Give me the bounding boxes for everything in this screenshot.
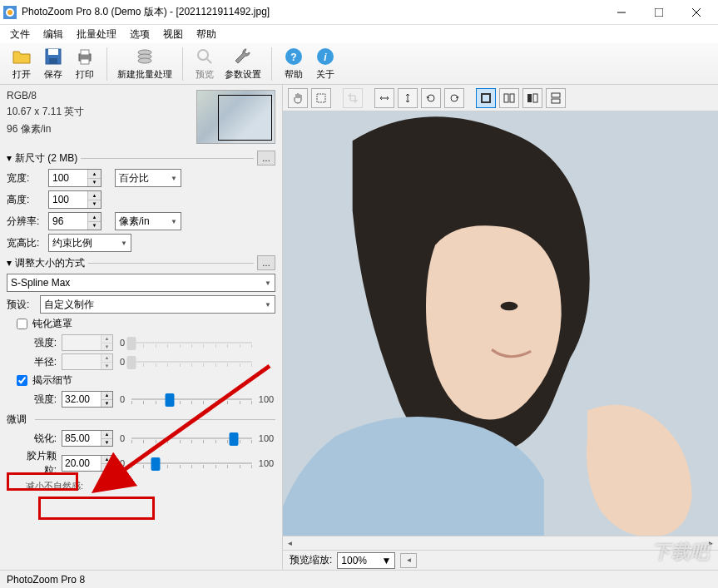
svg-rect-27 bbox=[533, 94, 537, 102]
open-button[interactable]: 打开 bbox=[7, 45, 37, 82]
thumbnail-selection[interactable] bbox=[218, 95, 272, 141]
menu-file[interactable]: 文件 bbox=[3, 26, 37, 43]
view-split-h-button[interactable] bbox=[499, 88, 519, 108]
detail-strength-slider[interactable] bbox=[131, 391, 252, 408]
grain-slider[interactable] bbox=[131, 455, 252, 472]
batch-icon bbox=[135, 47, 155, 67]
about-button[interactable]: i关于 bbox=[310, 45, 340, 82]
chevron-up-icon[interactable]: ▲ bbox=[88, 170, 101, 179]
zoom-select[interactable]: 100%▼ bbox=[337, 552, 395, 569]
width-stepper[interactable]: ▲▼ bbox=[48, 169, 102, 187]
scrollbar-track[interactable] bbox=[297, 536, 704, 551]
magnify-icon bbox=[195, 47, 215, 67]
grain-label: 胶片颗粒: bbox=[17, 449, 57, 477]
reduce-label: 减小不自然感: bbox=[17, 480, 83, 492]
chevron-down-icon: ▼ bbox=[121, 240, 127, 247]
chevron-down-icon[interactable]: ▼ bbox=[88, 179, 101, 187]
marquee-tool-button[interactable] bbox=[311, 88, 331, 108]
rotate-cw-button[interactable] bbox=[444, 88, 464, 108]
svg-rect-29 bbox=[552, 99, 560, 103]
menu-view[interactable]: 视图 bbox=[156, 26, 190, 43]
svg-rect-23 bbox=[482, 94, 490, 102]
menu-options[interactable]: 选项 bbox=[123, 26, 156, 43]
right-panel: ◄ ► 预览缩放: 100%▼ ◄ bbox=[283, 85, 718, 570]
menubar: 文件 编辑 批量处理 选项 视图 帮助 bbox=[0, 25, 718, 43]
color-mode: RGB/8 bbox=[7, 90, 190, 101]
statusbar: PhotoZoom Pro 8 bbox=[0, 570, 718, 588]
strength-stepper: ▲▼ bbox=[62, 334, 113, 351]
svg-rect-8 bbox=[48, 49, 58, 55]
resolution-stepper[interactable]: ▲▼ bbox=[48, 212, 102, 230]
chevron-down-icon: ▼ bbox=[265, 279, 271, 287]
scroll-right-button[interactable]: ► bbox=[704, 536, 718, 551]
svg-line-17 bbox=[207, 59, 211, 63]
preview-footer: 预览缩放: 100%▼ ◄ bbox=[283, 550, 718, 570]
print-button[interactable]: 打印 bbox=[70, 45, 100, 82]
newsize-more-button[interactable]: … bbox=[257, 151, 275, 166]
unit-select[interactable]: 百分比▼ bbox=[115, 169, 181, 187]
view-split-v-button[interactable] bbox=[546, 88, 566, 108]
view-split2-button[interactable] bbox=[522, 88, 542, 108]
minimize-button[interactable] bbox=[602, 0, 640, 24]
detail-strength-stepper[interactable]: ▲▼ bbox=[62, 391, 113, 408]
chevron-down-icon: ▼ bbox=[171, 175, 177, 182]
radius-stepper: ▲▼ bbox=[62, 353, 113, 370]
crop-tool-button[interactable] bbox=[343, 88, 363, 108]
method-more-button[interactable]: … bbox=[257, 255, 275, 270]
sharpen-slider[interactable] bbox=[131, 430, 252, 447]
horizontal-scrollbar[interactable]: ◄ ► bbox=[283, 536, 718, 550]
width-label: 宽度: bbox=[7, 171, 43, 185]
flip-h-button[interactable] bbox=[374, 88, 394, 108]
svg-rect-26 bbox=[527, 94, 532, 102]
height-input[interactable] bbox=[49, 191, 87, 208]
grain-stepper[interactable]: ▲▼ bbox=[62, 455, 113, 472]
res-unit-select[interactable]: 像素/in▼ bbox=[115, 212, 181, 230]
menu-edit[interactable]: 编辑 bbox=[37, 26, 70, 43]
marquee-icon bbox=[315, 92, 327, 104]
unsharp-checkbox[interactable]: 钝化遮罩 bbox=[17, 317, 275, 331]
close-button[interactable] bbox=[677, 0, 715, 24]
hand-tool-button[interactable] bbox=[288, 88, 308, 108]
menu-help[interactable]: 帮助 bbox=[190, 26, 223, 43]
flip-v-button[interactable] bbox=[398, 88, 418, 108]
view-single-button[interactable] bbox=[476, 88, 496, 108]
triangle-down-icon: ▾ bbox=[7, 257, 12, 269]
height-label: 高度: bbox=[7, 193, 43, 207]
menu-batch[interactable]: 批量处理 bbox=[70, 26, 123, 43]
preview-toolbar bbox=[283, 85, 718, 111]
svg-point-31 bbox=[501, 302, 518, 310]
view-single-icon bbox=[480, 92, 492, 104]
view-split-v-icon bbox=[550, 92, 562, 104]
svg-rect-22 bbox=[317, 94, 325, 102]
resolution-input[interactable] bbox=[49, 213, 87, 230]
help-icon: ? bbox=[284, 47, 304, 67]
rotate-ccw-button[interactable] bbox=[421, 88, 441, 108]
scroll-left-button[interactable]: ◄ bbox=[283, 536, 297, 551]
method-header: 调整大小的方式 bbox=[15, 256, 85, 270]
radius-slider bbox=[131, 353, 252, 370]
preview-area[interactable] bbox=[283, 111, 718, 536]
detail-checkbox[interactable]: 揭示细节 bbox=[17, 373, 275, 388]
sharpen-stepper[interactable]: ▲▼ bbox=[62, 430, 113, 447]
svg-rect-4 bbox=[655, 8, 663, 17]
preset-label: 预设: bbox=[7, 298, 35, 312]
svg-point-15 bbox=[138, 58, 151, 63]
batch-button[interactable]: 新建批量处理 bbox=[114, 45, 176, 82]
preset-select[interactable]: 自定义制作▼ bbox=[40, 295, 275, 314]
help-button[interactable]: ?帮助 bbox=[279, 45, 309, 82]
save-button[interactable]: 保存 bbox=[38, 45, 68, 82]
aspect-select[interactable]: 约束比例▼ bbox=[48, 234, 131, 252]
params-button[interactable]: 参数设置 bbox=[221, 45, 265, 82]
titlebar: PhotoZoom Pro 8.0 (Demo 版本) - [202112191… bbox=[0, 0, 718, 25]
flip-h-icon bbox=[379, 92, 390, 104]
height-stepper[interactable]: ▲▼ bbox=[48, 190, 102, 209]
resolution-label: 分辨率: bbox=[7, 215, 43, 229]
svg-rect-9 bbox=[49, 58, 57, 64]
maximize-button[interactable] bbox=[640, 0, 677, 24]
svg-rect-12 bbox=[81, 59, 89, 64]
preview-button[interactable]: 预览 bbox=[190, 45, 220, 82]
thumbnail[interactable] bbox=[196, 90, 275, 144]
algorithm-select[interactable]: S-Spline Max▼ bbox=[7, 274, 275, 292]
width-input[interactable] bbox=[49, 170, 87, 186]
zoom-prev-button[interactable]: ◄ bbox=[400, 553, 417, 568]
